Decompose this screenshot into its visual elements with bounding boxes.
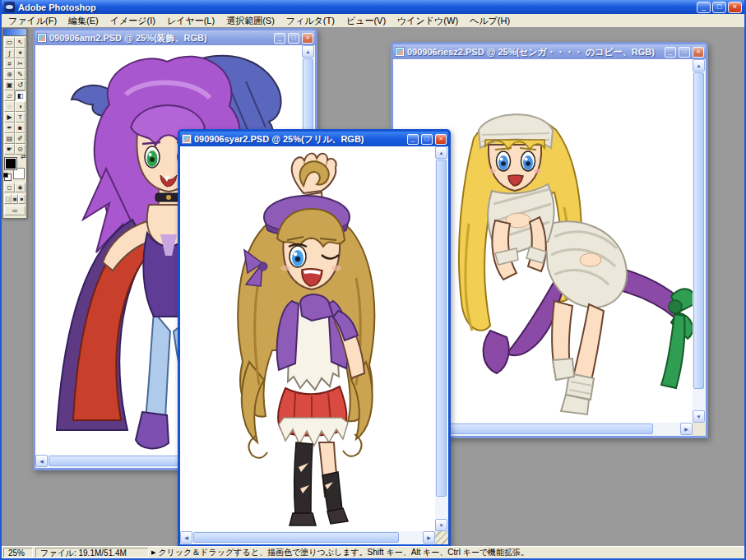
menu-view[interactable]: ビュー(V) — [341, 14, 392, 28]
tool-eyedropper[interactable]: ✐ — [15, 133, 25, 144]
doc-close-button[interactable]: × — [435, 134, 447, 145]
tool-move[interactable]: ↖ — [15, 37, 25, 48]
menu-file[interactable]: ファイル(F) — [2, 14, 63, 28]
scroll-left-arrow[interactable]: ◀ — [180, 531, 192, 544]
app-maximize-button[interactable]: □ — [712, 2, 726, 13]
mask-mode-buttons: ◻ ◉ — [4, 183, 25, 192]
canvas-syar2[interactable] — [180, 146, 435, 531]
tool-type[interactable]: T — [15, 112, 25, 123]
screen-mode-buttons: ▢ ▣ ■ — [4, 194, 25, 204]
tool-grid: ▭ ↖ ʃ ✶ # ✂ ⊕ ✎ ▣ ↺ ▱ ◧ ◌ ◑ ▶ T ✒ ■ ▤ ✐ — [4, 37, 25, 155]
tool-dodge[interactable]: ◑ — [15, 101, 25, 112]
tool-brush[interactable]: ✎ — [15, 69, 25, 80]
app-window-controls: _ □ × — [697, 2, 742, 13]
default-colors-icon[interactable] — [4, 174, 12, 181]
menu-select[interactable]: 選択範囲(S) — [220, 14, 280, 28]
color-swatches: ⇄ — [4, 156, 25, 181]
document-icon — [37, 33, 47, 43]
scroll-up-arrow[interactable]: ▲ — [302, 45, 314, 58]
doc-title-riesz2: 090906riesz2.PSD @ 25%(センガ・・・・ のコピー、RGB) — [407, 46, 662, 58]
toolbox-titlebar[interactable] — [3, 29, 26, 36]
scroll-up-arrow[interactable]: ▲ — [693, 59, 705, 72]
scroll-down-arrow[interactable]: ▼ — [693, 410, 705, 423]
document-window-syar2: 090906syar2.PSD @ 25%(フリル、RGB) _ □ × — [178, 129, 451, 546]
tool-hand[interactable]: ☛ — [4, 144, 15, 155]
toolbox-palette: ▭ ↖ ʃ ✶ # ✂ ⊕ ✎ ▣ ↺ ▱ ◧ ◌ ◑ ▶ T ✒ ■ ▤ ✐ — [2, 28, 27, 219]
vertical-scroll-thumb[interactable] — [693, 72, 704, 389]
vertical-scrollbar[interactable]: ▲ ▼ — [435, 146, 448, 531]
resize-grip[interactable] — [693, 423, 706, 436]
photoshop-app-window: Adobe Photoshop _ □ × ファイル(F) 編集(E) イメージ… — [0, 0, 746, 560]
tool-lasso[interactable]: ʃ — [4, 48, 15, 58]
doc-titlebar-syar2[interactable]: 090906syar2.PSD @ 25%(フリル、RGB) _ □ × — [180, 132, 448, 146]
horizontal-scrollbar[interactable]: ◀ ▶ — [180, 531, 435, 544]
foreground-color-swatch[interactable] — [5, 158, 16, 169]
menu-filter[interactable]: フィルタ(T) — [280, 14, 341, 28]
scroll-down-arrow[interactable]: ▼ — [435, 519, 447, 531]
quick-mask-mode-button[interactable]: ◉ — [15, 183, 25, 192]
menu-window[interactable]: ウインドウ(W) — [392, 14, 464, 28]
doc-minimize-button[interactable]: _ — [407, 134, 419, 145]
menu-help[interactable]: ヘルプ(H) — [464, 14, 516, 28]
fullscreen-with-menu-mode-button[interactable]: ▣ — [12, 194, 19, 204]
doc-titlebar-riesz2[interactable]: 090906riesz2.PSD @ 25%(センガ・・・・ のコピー、RGB)… — [393, 44, 706, 59]
doc-maximize-button[interactable]: □ — [288, 33, 299, 44]
file-size-info: ファイル: 19.1M/51.4M — [35, 548, 149, 558]
tool-pen[interactable]: ✒ — [4, 123, 15, 133]
menu-edit[interactable]: 編集(E) — [63, 14, 104, 28]
app-titlebar[interactable]: Adobe Photoshop _ □ × — [2, 0, 744, 14]
doc-maximize-button[interactable]: □ — [679, 47, 690, 58]
doc-close-button[interactable]: × — [302, 33, 313, 44]
status-popup-arrow[interactable]: ▶ — [151, 548, 155, 558]
menu-layer[interactable]: レイヤー(L) — [161, 14, 220, 28]
doc-title-syar2: 090906syar2.PSD @ 25%(フリル、RGB) — [194, 133, 405, 146]
doc-close-button[interactable]: × — [693, 47, 704, 58]
vertical-scroll-thumb[interactable] — [436, 160, 447, 497]
tool-eraser[interactable]: ▱ — [4, 90, 15, 101]
resize-grip[interactable] — [435, 531, 448, 544]
tool-path-selection[interactable]: ▶ — [4, 112, 15, 123]
workspace: ▭ ↖ ʃ ✶ # ✂ ⊕ ✎ ▣ ↺ ▱ ◧ ◌ ◑ ▶ T ✒ ■ ▤ ✐ — [2, 27, 744, 546]
doc-maximize-button[interactable]: □ — [421, 134, 433, 145]
document-icon — [182, 134, 192, 144]
app-title: Adobe Photoshop — [18, 2, 693, 12]
app-menubar: ファイル(F) 編集(E) イメージ(I) レイヤー(L) 選択範囲(S) フィ… — [2, 14, 744, 27]
artwork-waving-girl-character — [180, 146, 435, 531]
tool-blur[interactable]: ◌ — [4, 101, 15, 112]
document-icon — [395, 47, 405, 57]
tool-notes[interactable]: ▤ — [4, 133, 15, 144]
standard-screen-mode-button[interactable]: ▢ — [4, 194, 12, 204]
swap-colors-icon[interactable]: ⇄ — [21, 154, 26, 160]
tool-shape[interactable]: ■ — [15, 123, 25, 133]
doc-title-ann2: 090906ann2.PSD @ 25%(装飾、RGB) — [49, 32, 271, 44]
fullscreen-mode-button[interactable]: ■ — [18, 194, 25, 204]
menu-image[interactable]: イメージ(I) — [104, 14, 161, 28]
tool-crop[interactable]: # — [4, 58, 15, 69]
app-minimize-button[interactable]: _ — [697, 2, 711, 13]
tool-paint-bucket[interactable]: ◧ — [15, 90, 25, 101]
tool-history-brush[interactable]: ↺ — [15, 80, 25, 90]
doc-minimize-button[interactable]: _ — [274, 33, 285, 44]
tool-slice[interactable]: ✂ — [15, 58, 25, 69]
zoom-level-field[interactable]: 25% — [3, 548, 33, 558]
scroll-up-arrow[interactable]: ▲ — [435, 146, 447, 159]
doc-body: ▲ ▼ ◀ ▶ — [180, 146, 448, 544]
status-tool-tip-text: クリック＆ドラッグすると、描画色で塗りつぶします。Shift キー、Alt キー… — [158, 547, 529, 558]
app-close-button[interactable]: × — [728, 2, 742, 13]
photoshop-app-icon — [4, 2, 15, 12]
jump-to-imageready-button[interactable]: ⇨ — [4, 206, 25, 215]
tool-magic-wand[interactable]: ✶ — [15, 48, 25, 58]
tool-rectangular-marquee[interactable]: ▭ — [4, 37, 15, 48]
scroll-right-arrow[interactable]: ▶ — [423, 531, 435, 544]
doc-minimize-button[interactable]: _ — [665, 47, 676, 58]
background-color-swatch[interactable] — [13, 168, 25, 179]
scroll-right-arrow[interactable]: ▶ — [680, 423, 693, 435]
app-statusbar: 25% ファイル: 19.1M/51.4M ▶ クリック＆ドラッグすると、描画色… — [2, 546, 744, 558]
standard-mode-button[interactable]: ◻ — [4, 183, 15, 192]
tool-clone-stamp[interactable]: ▣ — [4, 80, 15, 90]
scroll-left-arrow[interactable]: ◀ — [35, 455, 48, 467]
horizontal-scroll-thumb[interactable] — [193, 532, 399, 543]
doc-titlebar-ann2[interactable]: 090906ann2.PSD @ 25%(装飾、RGB) _ □ × — [35, 30, 315, 45]
vertical-scrollbar[interactable]: ▲ ▼ — [693, 59, 706, 423]
tool-healing-brush[interactable]: ⊕ — [4, 69, 15, 80]
